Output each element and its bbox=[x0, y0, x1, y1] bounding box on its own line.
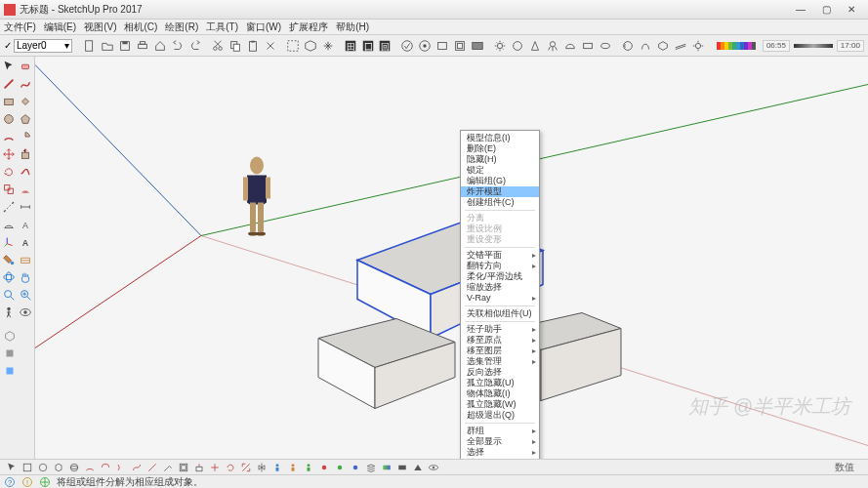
zoom-tool[interactable] bbox=[2, 287, 17, 303]
maximize-button[interactable]: ▢ bbox=[813, 2, 839, 18]
cut-button[interactable] bbox=[210, 38, 226, 54]
pan-tool[interactable] bbox=[19, 269, 33, 285]
bb-move[interactable] bbox=[207, 461, 222, 474]
vray-viewport-button[interactable] bbox=[434, 38, 450, 54]
view-iso-button[interactable] bbox=[2, 328, 18, 344]
menu-view[interactable]: 视图(V) bbox=[84, 20, 116, 34]
minimize-button[interactable]: — bbox=[788, 2, 813, 18]
light-rect-button[interactable] bbox=[580, 38, 596, 54]
lookaround-tool[interactable] bbox=[19, 305, 33, 320]
ctx-item[interactable]: 关联相似组件(U) bbox=[461, 308, 539, 319]
bb-rect[interactable] bbox=[394, 461, 409, 474]
offset-tool[interactable] bbox=[19, 182, 33, 197]
ctx-item[interactable]: 删除(E) bbox=[461, 143, 539, 154]
menu-tools[interactable]: 工具(T) bbox=[206, 20, 238, 34]
menu-edit[interactable]: 编辑(E) bbox=[44, 20, 76, 34]
ctx-item[interactable]: 移至原点 bbox=[461, 335, 539, 346]
bb-dot-b[interactable] bbox=[332, 461, 347, 474]
proxy-button[interactable] bbox=[655, 38, 671, 54]
menu-extensions[interactable]: 扩展程序 bbox=[289, 20, 328, 34]
bb-dot-c[interactable] bbox=[348, 461, 362, 474]
bb-arc1[interactable] bbox=[82, 461, 97, 474]
ctx-item[interactable]: 反向选择 bbox=[461, 367, 539, 378]
style-b-button[interactable]: 囗 bbox=[360, 38, 376, 54]
ctx-item[interactable]: 炸开模型 bbox=[461, 186, 539, 197]
vray-asset-button[interactable] bbox=[470, 38, 485, 54]
ctx-item[interactable]: 翻转方向 bbox=[461, 261, 539, 271]
viewport[interactable]: 知乎 @半平米工坊 bbox=[35, 57, 868, 459]
bb-person-b[interactable] bbox=[285, 461, 300, 474]
ctx-item[interactable]: 模型信息(I) bbox=[461, 133, 539, 143]
polygon-tool[interactable] bbox=[19, 111, 33, 127]
walk-tool[interactable] bbox=[2, 305, 17, 320]
infinite-plane-button[interactable] bbox=[673, 38, 688, 54]
redo-button[interactable] bbox=[187, 38, 203, 54]
settings-button[interactable] bbox=[690, 38, 706, 54]
ctx-item[interactable]: V-Ray bbox=[461, 293, 539, 304]
bb-square[interactable] bbox=[20, 461, 34, 474]
light-spot-button[interactable] bbox=[527, 38, 543, 54]
light-point-button[interactable] bbox=[510, 38, 525, 54]
group-button[interactable] bbox=[285, 38, 301, 54]
menu-help[interactable]: 帮助(H) bbox=[336, 20, 369, 34]
menu-camera[interactable]: 相机(C) bbox=[124, 20, 157, 34]
light-ies-button[interactable] bbox=[545, 38, 560, 54]
style-a-button[interactable]: 田 bbox=[343, 38, 358, 54]
bb-select[interactable] bbox=[4, 461, 19, 474]
open-file-button[interactable] bbox=[100, 38, 115, 54]
ctx-item[interactable]: 群组 bbox=[461, 426, 539, 436]
axes-tool[interactable] bbox=[2, 234, 17, 250]
home-button[interactable] bbox=[152, 38, 168, 54]
freehand-tool[interactable] bbox=[19, 76, 33, 92]
ctx-item[interactable]: 锁定 bbox=[461, 165, 539, 176]
menu-window[interactable]: 窗口(W) bbox=[246, 20, 281, 34]
bb-person-c[interactable] bbox=[301, 461, 315, 474]
text-tool[interactable]: A bbox=[19, 217, 33, 232]
circle-tool[interactable] bbox=[2, 111, 17, 127]
ctx-item[interactable]: 超级退出(Q) bbox=[461, 410, 539, 421]
bb-eye[interactable] bbox=[426, 461, 440, 474]
time-slider[interactable] bbox=[794, 44, 833, 48]
section-tool[interactable] bbox=[19, 252, 33, 267]
ctx-item[interactable]: 创建组件(C) bbox=[461, 197, 539, 208]
bb-arc2[interactable] bbox=[98, 461, 112, 474]
new-file-button[interactable] bbox=[82, 38, 98, 54]
rotate-tool[interactable] bbox=[2, 164, 17, 180]
bb-dot-a[interactable] bbox=[316, 461, 331, 474]
bb-person-a[interactable] bbox=[269, 461, 284, 474]
bb-layers[interactable] bbox=[363, 461, 378, 474]
bb-knife[interactable] bbox=[160, 461, 175, 474]
protractor-tool[interactable] bbox=[2, 217, 17, 232]
scale-tool[interactable] bbox=[2, 182, 17, 197]
view-top-button[interactable] bbox=[2, 346, 18, 361]
rotated-rect-tool[interactable] bbox=[19, 94, 33, 109]
component-button[interactable] bbox=[303, 38, 318, 54]
zoom-extents-tool[interactable] bbox=[19, 287, 33, 303]
ctx-item[interactable]: 坯子助手 bbox=[461, 324, 539, 335]
tape-tool[interactable] bbox=[2, 199, 17, 215]
ctx-item[interactable]: 全部显示 bbox=[461, 436, 539, 447]
save-button[interactable] bbox=[117, 38, 133, 54]
ctx-item[interactable]: 移至图层 bbox=[461, 346, 539, 356]
style-c-button[interactable]: 回 bbox=[378, 38, 393, 54]
dimension-tool[interactable] bbox=[19, 199, 33, 215]
bb-mirror[interactable] bbox=[254, 461, 269, 474]
bb-sphere[interactable] bbox=[66, 461, 81, 474]
ctx-item[interactable]: 编辑组(G) bbox=[461, 176, 539, 186]
ctx-item[interactable]: 柔化/平滑边线 bbox=[461, 271, 539, 282]
menu-file[interactable]: 文件(F) bbox=[4, 20, 36, 34]
view-front-button[interactable] bbox=[2, 363, 18, 379]
3dtext-tool[interactable]: A bbox=[19, 234, 33, 250]
undo-button[interactable] bbox=[170, 38, 186, 54]
material-button[interactable] bbox=[620, 38, 636, 54]
followme-tool[interactable] bbox=[19, 164, 33, 180]
vray-render-button[interactable] bbox=[399, 38, 415, 54]
bb-push[interactable] bbox=[191, 461, 206, 474]
orbit-tool[interactable] bbox=[2, 269, 17, 285]
arc-tool[interactable] bbox=[2, 129, 17, 144]
layer-selector[interactable]: ✓ Layer0▾ bbox=[4, 39, 72, 53]
vray-frame-button[interactable] bbox=[452, 38, 468, 54]
light-dome-button[interactable] bbox=[562, 38, 578, 54]
bb-rotate[interactable] bbox=[223, 461, 237, 474]
eraser-tool[interactable] bbox=[19, 59, 33, 74]
